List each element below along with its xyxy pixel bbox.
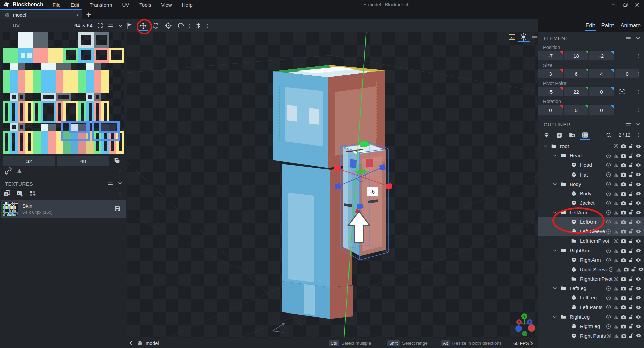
prop-overflow-icon[interactable] [636,89,641,95]
mirror-toggle-icon[interactable] [613,171,619,178]
visibility-toggle-icon[interactable] [635,295,641,301]
mirror-toggle-icon[interactable] [613,200,619,206]
mirror-toggle-icon[interactable] [613,162,619,168]
expand-chevron-icon[interactable] [552,210,557,215]
prop-overflow-icon[interactable] [636,71,641,77]
lock-toggle-icon[interactable] [628,333,634,339]
export-toggle-icon[interactable] [606,171,611,178]
rotate-tool-button[interactable] [151,21,161,31]
outliner-item-head[interactable]: Head [538,160,644,170]
new-tab-button[interactable] [84,10,93,19]
mirror-toggle-icon[interactable] [613,219,619,225]
lock-toggle-icon[interactable] [631,266,636,272]
camera-toggle-icon[interactable] [621,276,626,282]
visibility-toggle-icon[interactable] [635,304,641,310]
lock-toggle-icon[interactable] [628,247,634,253]
lock-toggle-icon[interactable] [628,295,634,301]
input-size-none[interactable]: 0 [615,69,639,78]
move-tool-button[interactable] [138,21,148,31]
viewport[interactable]: -6 Y X Z [127,32,538,338]
uv-copy-button[interactable] [113,157,121,164]
mirror-toggle-icon[interactable] [613,304,619,310]
visibility-toggle-icon[interactable] [635,276,641,282]
camera-toggle-icon[interactable] [621,162,626,168]
tab-paint[interactable]: Paint [601,21,615,30]
outliner-overflow-icon[interactable] [636,132,641,138]
mirror-toggle-icon[interactable] [613,295,619,301]
tab-model[interactable]: model ● [0,9,82,19]
add-group-button[interactable] [569,132,576,139]
camera-toggle-icon[interactable] [621,143,626,149]
maximize-button[interactable] [623,2,628,8]
lock-toggle-icon[interactable] [628,181,634,187]
outliner-item-leftleg[interactable]: LeftLeg [538,293,644,302]
export-toggle-icon[interactable] [608,266,614,272]
outliner-item-right-sleeve[interactable]: Right Sleeve [538,265,644,274]
input-pivot-point-z[interactable]: 0 [589,87,614,96]
viewport-canvas[interactable]: -6 Y X Z [127,32,538,338]
visibility-toggle-icon[interactable] [635,238,641,244]
visibility-toggle-icon[interactable] [635,143,641,149]
visibility-toggle-icon[interactable] [636,333,642,339]
outliner-item-jacket[interactable]: Jacket [538,198,644,208]
lock-toggle-icon[interactable] [628,191,634,197]
lock-toggle-icon[interactable] [628,219,634,225]
z-handle-left[interactable] [335,183,341,190]
visibility-toggle-icon[interactable] [635,209,641,216]
visibility-toggle-icon[interactable] [635,200,641,206]
create-texture-icon[interactable] [16,190,23,197]
export-toggle-icon[interactable] [606,257,611,263]
toolbar-overflow2-icon[interactable] [205,23,210,29]
lock-toggle-icon[interactable] [628,143,634,149]
textures-menu-icon[interactable] [107,181,113,187]
uv-collapse-icon[interactable] [118,23,123,28]
outliner-item-leftarm[interactable]: LeftArm [538,208,644,217]
lock-toggle-icon[interactable] [628,171,634,178]
input-size-z[interactable]: 4 [589,69,614,78]
minimize-button[interactable] [610,2,616,8]
export-toggle-icon[interactable] [606,295,611,301]
camera-toggle-icon[interactable] [621,200,626,206]
textures-overflow-icon[interactable] [117,191,123,196]
link-icon[interactable] [4,167,12,175]
camera-toggle-icon[interactable] [621,295,626,301]
camera-toggle-icon[interactable] [621,304,626,310]
input-position-z[interactable]: -2 [589,51,614,60]
uv-x-input[interactable]: 32 [3,156,55,166]
input-size-y[interactable]: 6 [564,69,588,78]
visibility-toggle-icon[interactable] [635,190,641,197]
outliner-item-rightleg[interactable]: RightLeg [538,312,644,321]
texture-item-skin[interactable]: Skin 64 x 64px (16x) [1,200,126,218]
mirror-toggle-icon[interactable] [613,257,619,263]
outliner-item-leftitempivot[interactable]: LeftItemPivot [538,236,644,246]
input-rotation-z[interactable]: 0 [589,105,614,115]
pivot-tool-button[interactable] [163,21,173,31]
menu-transform[interactable]: Transform [90,2,112,8]
lock-toggle-icon[interactable] [628,162,634,168]
add-cube-button[interactable] [556,132,563,139]
export-toggle-icon[interactable] [606,314,611,320]
tab-animate[interactable]: Animate [620,21,641,30]
export-toggle-icon[interactable] [606,200,611,206]
x-handle-right[interactable] [386,183,393,189]
vertex-snap-tool-button[interactable] [125,21,135,31]
status-next-icon[interactable] [529,338,534,348]
lock-toggle-icon[interactable] [628,276,634,282]
outliner-item-leftleg[interactable]: LeftLeg [538,283,644,293]
status-prev-icon[interactable] [128,340,134,346]
import-texture-icon[interactable] [3,190,11,197]
outliner-item-leftarm[interactable]: LeftArm [538,217,644,226]
export-toggle-icon[interactable] [606,152,611,158]
export-toggle-icon[interactable] [606,304,611,310]
visibility-toggle-icon[interactable] [635,228,641,234]
export-toggle-icon[interactable] [606,333,612,339]
export-toggle-icon[interactable] [606,247,611,253]
visibility-toggle-icon[interactable] [635,152,641,159]
lock-toggle-icon[interactable] [628,257,634,263]
textures-collapse-icon[interactable] [117,181,123,186]
lock-toggle-icon[interactable] [628,238,634,244]
menu-uv[interactable]: UV [122,2,129,8]
visibility-toggle-icon[interactable] [638,266,644,273]
lock-toggle-icon[interactable] [628,285,634,291]
outliner-item-rightarm[interactable]: RightArm [538,246,644,255]
